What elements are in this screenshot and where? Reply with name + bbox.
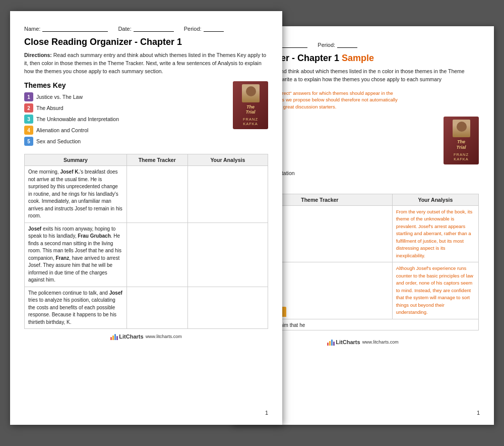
back-sample-label: Sample (342, 53, 374, 63)
front-bar-b (114, 334, 116, 340)
front-theme-3: 3 The Unknowable and Interpretation (24, 115, 119, 124)
front-book-cover: TheTrial FRANZKAFKA (233, 81, 268, 129)
front-row-3: The policemen continue to talk, and Jose… (25, 287, 268, 329)
back-bar-b (331, 340, 333, 346)
front-cover-author: FRANZKAFKA (243, 117, 258, 126)
front-col-analysis: Your Analysis (187, 154, 268, 166)
front-bar-r (110, 337, 112, 340)
front-period-label: Period: (184, 26, 202, 32)
back-bar-o (329, 341, 331, 346)
front-bar-p (116, 336, 118, 340)
front-theme-3-label: The Unknowable and Interpretation (36, 116, 119, 122)
front-themes-heading: Themes Key (24, 81, 119, 89)
front-tracker-3 (127, 287, 187, 329)
front-logo-bars (110, 333, 118, 340)
back-analysis-text-2: Although Josef's experience runs counter… (396, 265, 473, 315)
front-summary-1: One morning, Josef K.'s breakfast does n… (25, 166, 127, 223)
front-page-title: Close Reading Organizer - Chapter 1 (24, 37, 268, 47)
front-theme-5-label: Sex and Seduction (36, 138, 81, 144)
front-cover-portrait (242, 84, 260, 102)
front-summary-3: The policemen continue to talk, and Jose… (25, 287, 127, 329)
front-period-field: Period: (184, 25, 224, 32)
front-theme-2: 2 The Absurd (24, 103, 119, 113)
front-cover-title: TheTrial (246, 104, 256, 116)
front-header-line: Name: Date: Period: (24, 25, 268, 32)
front-name-label: Name: (24, 26, 40, 32)
front-theme-1: 1 Justice vs. The Law (24, 92, 119, 101)
front-page: Name: Date: Period: Close Reading Organi… (10, 11, 282, 425)
front-date-field: Date: (118, 25, 173, 32)
front-directions: Directions: Read each summary entry and … (24, 51, 268, 75)
back-logo-bars (327, 339, 335, 346)
back-cover-author: FRANZKAFKA (454, 152, 469, 161)
back-col-analysis: Your Analysis (392, 194, 478, 205)
back-bar-p (333, 342, 335, 346)
scene: Date: Period: Organizer - Chapter 1 Samp… (10, 11, 494, 435)
back-bar-r (327, 343, 329, 346)
front-analysis-3 (187, 287, 268, 329)
front-col-summary: Summary (25, 154, 127, 166)
front-badge-4: 4 (24, 126, 33, 135)
front-theme-4: 4 Alienation and Control (24, 126, 119, 135)
front-analysis-2 (187, 222, 268, 287)
back-book-cover: TheTrial FRANZKAFKA (444, 117, 479, 164)
back-cover-portrait (453, 120, 470, 137)
front-directions-label: Directions: (24, 52, 52, 58)
front-tracker-1 (127, 166, 187, 223)
front-directions-text: Read each summary entry and think about … (24, 52, 266, 74)
back-analysis-1: From the very outset of the book, its th… (392, 205, 478, 262)
back-litcharts-logo: LitCharts (327, 339, 360, 346)
back-period-field: Period: (318, 41, 357, 48)
back-footer-url: www.litcharts.com (362, 340, 399, 345)
front-row-1: One morning, Josef K.'s breakfast does n… (25, 166, 268, 223)
front-theme-5: 5 Sex and Seduction (24, 137, 119, 146)
back-page-number: 1 (477, 410, 480, 416)
front-col-tracker: Theme Tracker (127, 154, 187, 166)
front-table: Summary Theme Tracker Your Analysis One … (24, 154, 268, 329)
back-analysis-2: Although Josef's experience runs counter… (392, 262, 478, 319)
front-footer-url: www.litcharts.com (146, 334, 182, 339)
front-footer: LitCharts www.litcharts.com (24, 333, 268, 340)
front-badge-2: 2 (24, 103, 33, 113)
front-summary-2: Josef exits his room anyway, hoping to s… (25, 222, 127, 287)
front-row-2: Josef exits his room anyway, hoping to s… (25, 222, 268, 287)
front-tracker-2 (127, 222, 187, 287)
front-badge-5: 5 (24, 137, 33, 146)
back-period-label: Period: (318, 42, 335, 48)
front-themes-left: Themes Key 1 Justice vs. The Law 2 The A… (24, 81, 119, 148)
front-litcharts-logo: LitCharts (110, 333, 143, 340)
front-badge-1: 1 (24, 92, 33, 101)
front-brand-name: LitCharts (119, 333, 143, 340)
back-analysis-text-1: From the very outset of the book, its th… (396, 209, 473, 258)
front-date-label: Date: (118, 26, 131, 32)
front-badge-3: 3 (24, 115, 33, 124)
front-analysis-1 (187, 166, 268, 223)
front-theme-2-label: The Absurd (36, 105, 64, 111)
front-theme-1-label: Justice vs. The Law (36, 94, 83, 100)
front-theme-4-label: Alienation and Control (36, 127, 88, 133)
front-bar-o (112, 336, 114, 340)
back-brand-name: LitCharts (336, 339, 360, 345)
front-themes-section: Themes Key 1 Justice vs. The Law 2 The A… (24, 81, 268, 148)
front-page-number: 1 (265, 410, 268, 416)
back-cover-title: TheTrial (457, 139, 466, 150)
front-name-field: Name: (24, 25, 108, 32)
